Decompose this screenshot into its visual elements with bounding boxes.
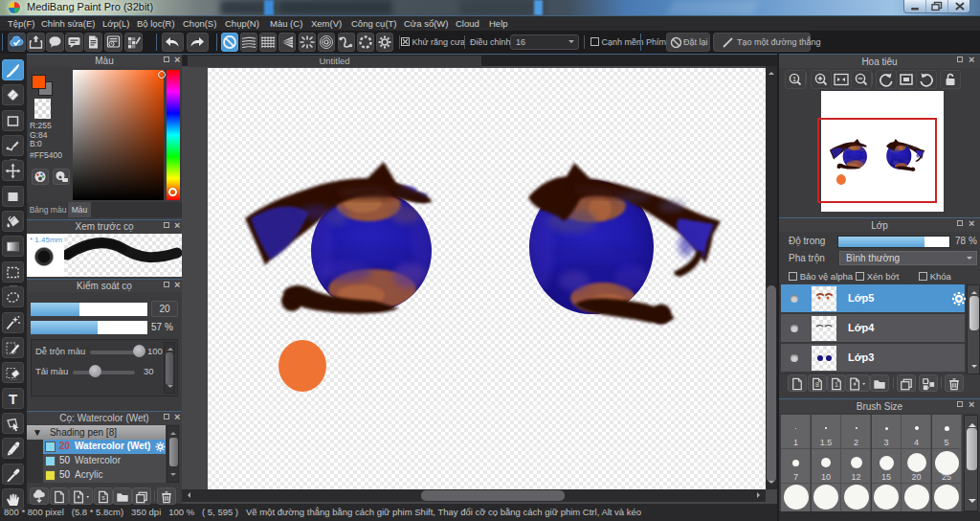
svg-text:T: T bbox=[9, 391, 17, 407]
svg-text:1: 1 bbox=[792, 76, 796, 82]
svg-text:8: 8 bbox=[815, 381, 819, 389]
svg-text:1: 1 bbox=[835, 381, 838, 389]
svg-text:s: s bbox=[101, 494, 105, 502]
